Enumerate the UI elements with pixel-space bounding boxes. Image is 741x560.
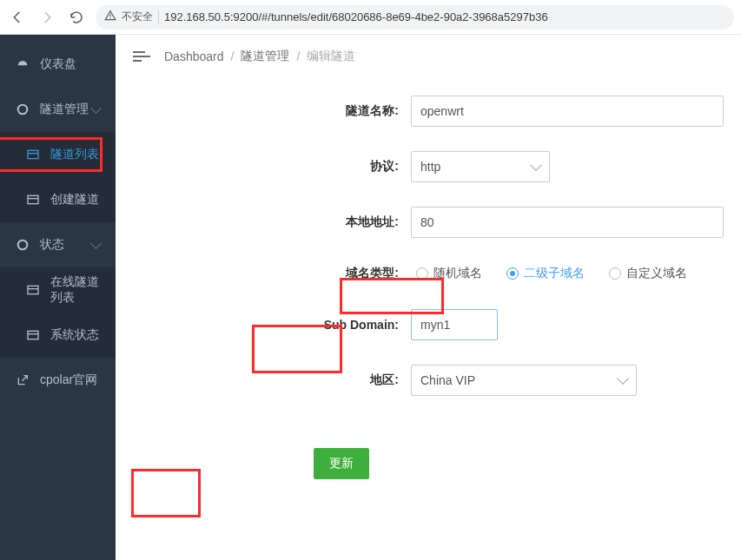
region-label: 地区:	[116, 372, 411, 388]
main-content: Dashboard / 隧道管理 / 编辑隧道 隧道名称: 协议: http	[116, 35, 741, 560]
svg-rect-5	[28, 195, 38, 203]
domain-type-label: 域名类型:	[116, 266, 411, 281]
local-addr-input[interactable]	[411, 207, 724, 238]
radio-random-domain[interactable]: 随机域名	[411, 262, 487, 285]
sidebar-item-label: 隧道列表	[50, 147, 99, 162]
circle-icon	[16, 238, 30, 252]
protocol-select[interactable]: http	[411, 151, 550, 182]
subdomain-label: Sub Domain:	[116, 318, 411, 332]
sidebar-item-dashboard[interactable]: 仪表盘	[0, 42, 116, 87]
radio-label: 二级子域名	[524, 266, 585, 281]
edit-tunnel-form: 隧道名称: 协议: http 本地地址: 域名类型: 随机域名	[116, 78, 741, 497]
region-value: China VIP	[420, 373, 475, 387]
divider	[158, 10, 159, 24]
forward-button[interactable]	[36, 7, 57, 28]
breadcrumb: Dashboard / 隧道管理 / 编辑隧道	[164, 49, 355, 64]
radio-custom-domain[interactable]: 自定义域名	[604, 262, 692, 285]
circle-icon	[16, 102, 30, 116]
update-button[interactable]: 更新	[314, 448, 369, 479]
back-button[interactable]	[7, 7, 28, 28]
insecure-label: 不安全	[122, 10, 153, 24]
sidebar-item-label: cpolar官网	[40, 372, 97, 388]
sidebar-item-status[interactable]: 状态	[0, 222, 116, 267]
url-text: 192.168.50.5:9200/#/tunnels/edit/6802068…	[164, 10, 725, 23]
gauge-icon	[16, 57, 30, 71]
grid-icon	[26, 328, 40, 342]
menu-toggle-button[interactable]	[133, 51, 150, 62]
protocol-label: 协议:	[116, 159, 411, 175]
region-select[interactable]: China VIP	[411, 365, 637, 396]
sidebar-item-label: 仪表盘	[40, 56, 76, 72]
sidebar-item-tunnel-mgmt[interactable]: 隧道管理	[0, 87, 116, 132]
local-addr-label: 本地地址:	[116, 214, 411, 230]
tunnel-name-input[interactable]	[411, 96, 724, 127]
breadcrumb-sep: /	[296, 49, 300, 63]
address-bar[interactable]: 不安全 192.168.50.5:9200/#/tunnels/edit/680…	[96, 5, 734, 30]
sidebar-item-tunnel-create[interactable]: 创建隧道	[0, 177, 116, 222]
svg-rect-10	[28, 331, 38, 339]
breadcrumb-mid[interactable]: 隧道管理	[241, 49, 289, 64]
sidebar-item-system-status[interactable]: 系统状态	[0, 313, 116, 358]
sidebar-item-tunnel-list[interactable]: 隧道列表	[0, 132, 116, 177]
sidebar-item-label: 隧道管理	[40, 102, 89, 117]
sidebar-item-label: 创建隧道	[50, 192, 99, 208]
sidebar-item-online-tunnels[interactable]: 在线隧道列表	[0, 267, 116, 313]
sidebar-item-label: 在线隧道列表	[50, 274, 100, 306]
sidebar: 仪表盘 隧道管理 隧道列表 创建隧道 状态 在线隧道列表 系统状态 cpola	[0, 35, 116, 560]
sidebar-item-cpolar-site[interactable]: cpolar官网	[0, 358, 116, 403]
grid-icon	[26, 148, 40, 161]
svg-point-1	[109, 17, 110, 18]
svg-point-2	[18, 105, 28, 115]
protocol-value: http	[420, 160, 440, 174]
radio-label: 随机域名	[433, 266, 482, 281]
breadcrumb-current: 编辑隧道	[307, 49, 355, 64]
svg-point-7	[18, 240, 28, 250]
grid-icon	[26, 193, 40, 207]
subdomain-input[interactable]	[411, 309, 498, 340]
radio-label: 自定义域名	[626, 266, 687, 281]
svg-rect-3	[28, 150, 38, 158]
sidebar-item-label: 状态	[40, 237, 64, 253]
sidebar-item-label: 系统状态	[50, 327, 99, 343]
reload-button[interactable]	[66, 7, 87, 28]
svg-rect-8	[28, 286, 38, 293]
tunnel-name-label: 隧道名称:	[116, 103, 411, 119]
radio-subdomain[interactable]: 二级子域名	[501, 262, 590, 285]
insecure-icon	[104, 10, 116, 24]
external-link-icon	[16, 373, 30, 387]
grid-icon	[26, 283, 40, 297]
chevron-down-icon	[617, 372, 629, 385]
browser-toolbar: 不安全 192.168.50.5:9200/#/tunnels/edit/680…	[0, 0, 741, 35]
chevron-down-icon	[530, 159, 542, 171]
breadcrumb-sep: /	[231, 49, 235, 63]
breadcrumb-root[interactable]: Dashboard	[164, 49, 224, 63]
